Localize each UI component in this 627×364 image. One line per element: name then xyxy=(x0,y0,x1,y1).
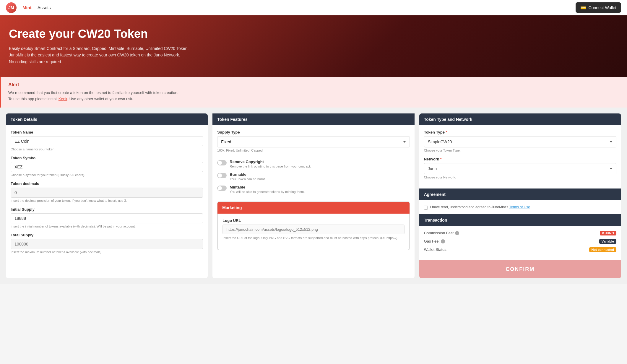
burnable-desc: Your Token can be burnt. xyxy=(230,177,410,181)
supply-type-select[interactable]: Fixed xyxy=(217,136,410,147)
required-star-2: * xyxy=(440,157,442,161)
wallet-status-label: Wallet Status: xyxy=(424,247,448,252)
token-type-select[interactable]: SimpleCW20 xyxy=(424,136,616,147)
commission-fee-badge: 8 JUNO xyxy=(600,231,616,235)
agreement-header: Agreement xyxy=(419,188,621,200)
marketing-header: Marketing xyxy=(217,202,409,214)
network-label: Network * xyxy=(424,157,616,161)
burnable-label: Burnable xyxy=(230,172,410,177)
burnable-row: Burnable Your Token can be burnt. xyxy=(217,172,410,181)
alert-text-before: To use this app please install xyxy=(8,97,59,101)
hero-section: Create your CW20 Token Easily deploy Sma… xyxy=(0,15,627,77)
logo-url-hint: Insert the URL of the logo. Only PNG and… xyxy=(222,235,404,240)
connect-wallet-button[interactable]: 💳 Connect Wallet xyxy=(576,2,621,13)
nav-assets[interactable]: Assets xyxy=(38,5,51,10)
remove-copyright-label: Remove Copyright xyxy=(230,160,410,164)
terms-link[interactable]: Terms of Use xyxy=(509,205,530,209)
required-star-1: * xyxy=(446,130,447,134)
alert-text-1: We recommend that you first create a tok… xyxy=(8,90,620,96)
transaction-section: Transaction Commission Fee: i 8 JUNO Gas… xyxy=(419,214,621,260)
confirm-button[interactable]: CONFIRM xyxy=(419,260,621,278)
total-supply-input[interactable] xyxy=(11,239,203,249)
token-features-body: Supply Type Fixed 100k, Fixed, Unlimited… xyxy=(212,125,414,255)
token-features-panel: Token Features Supply Type Fixed 100k, F… xyxy=(212,113,414,278)
network-group: Network * Juno Choose your Network. xyxy=(424,157,616,179)
token-name-label: Token Name xyxy=(11,130,203,134)
hero-title: Create your CW20 Token xyxy=(9,27,618,40)
alert-text-after: . Use any other wallet at your own risk. xyxy=(67,97,133,101)
gas-info-icon[interactable]: i xyxy=(441,239,445,243)
navbar: JM Mint Assets 💳 Connect Wallet xyxy=(0,0,627,15)
token-type-label: Token Type * xyxy=(424,130,616,134)
burnable-content: Burnable Your Token can be burnt. xyxy=(230,172,410,181)
commission-info-icon[interactable]: i xyxy=(455,231,459,235)
supply-hint: 100k, Fixed, Unlimited, Capped. xyxy=(217,149,410,152)
token-symbol-input[interactable] xyxy=(11,162,203,172)
agreement-checkbox[interactable] xyxy=(424,206,428,209)
logo-url-group: Logo URL Insert the URL of the logo. Onl… xyxy=(222,218,404,240)
remove-copyright-desc: Remove the link pointing to this page fr… xyxy=(230,165,410,168)
divider-2 xyxy=(217,198,410,198)
token-decimals-hint: Insert the decimal precision of your tok… xyxy=(11,199,203,202)
keplr-link[interactable]: Keplr xyxy=(59,97,67,101)
network-select[interactable]: Juno xyxy=(424,163,616,174)
wallet-status-badge: Not connected xyxy=(589,247,616,252)
token-type-network-body: Token Type * SimpleCW20 Choose your Toke… xyxy=(419,125,621,188)
marketing-section: Marketing Logo URL Insert the URL of the… xyxy=(217,202,410,251)
initial-supply-input[interactable] xyxy=(11,213,203,223)
network-hint: Choose your Network. xyxy=(424,176,616,179)
nav-mint[interactable]: Mint xyxy=(22,5,32,10)
token-type-network-header: Token Type and Network xyxy=(419,113,621,125)
gas-fee-badge: Variable xyxy=(599,239,616,244)
token-symbol-group: Token Symbol Choose a symbol for your to… xyxy=(11,156,203,177)
token-decimals-input[interactable] xyxy=(11,188,203,198)
token-details-panel: Token Details Token Name Choose a name f… xyxy=(6,113,208,278)
remove-copyright-toggle[interactable] xyxy=(217,160,227,165)
wallet-icon: 💳 xyxy=(580,5,586,10)
remove-copyright-content: Remove Copyright Remove the link pointin… xyxy=(230,160,410,168)
hero-desc-2: JunoMint is the easiest and fastest way … xyxy=(9,52,618,58)
token-type-group: Token Type * SimpleCW20 Choose your Toke… xyxy=(424,130,616,152)
logo-url-input[interactable] xyxy=(222,225,404,234)
token-type-hint: Choose your Token Type. xyxy=(424,149,616,152)
burnable-toggle[interactable] xyxy=(217,173,227,178)
token-features-header: Token Features xyxy=(212,113,414,125)
connect-wallet-label: Connect Wallet xyxy=(589,5,616,10)
app-logo: JM xyxy=(6,2,17,13)
token-decimals-group: Token decimals Insert the decimal precis… xyxy=(11,181,203,202)
logo-text: JM xyxy=(8,5,14,10)
mintable-toggle[interactable] xyxy=(217,186,227,191)
remove-copyright-row: Remove Copyright Remove the link pointin… xyxy=(217,160,410,168)
token-details-body: Token Name Choose a name for your token.… xyxy=(6,125,208,263)
agreement-text: I have read, understood and agreed to Ju… xyxy=(430,205,530,209)
hero-desc-1: Easily deploy Smart Contract for a Stand… xyxy=(9,45,618,52)
token-name-hint: Choose a name for your token. xyxy=(11,147,203,151)
alert-section: Alert We recommend that you first create… xyxy=(0,77,627,108)
initial-supply-hint: Insert the initial number of tokens avai… xyxy=(11,225,203,228)
transaction-header: Transaction xyxy=(419,214,621,226)
total-supply-group: Total Supply Insert the maximum number o… xyxy=(11,233,203,254)
token-type-network-panel: Token Type and Network Token Type * Simp… xyxy=(419,113,621,278)
token-symbol-label: Token Symbol xyxy=(11,156,203,160)
mintable-label: Mintable xyxy=(230,185,410,189)
total-supply-hint: Insert the maximum number of tokens avai… xyxy=(11,250,203,254)
hero-desc-3: No coding skills are required. xyxy=(9,58,618,65)
supply-type-label: Supply Type xyxy=(217,130,410,134)
token-name-input[interactable] xyxy=(11,136,203,146)
token-decimals-label: Token decimals xyxy=(11,181,203,186)
supply-type-group: Supply Type Fixed 100k, Fixed, Unlimited… xyxy=(217,130,410,152)
token-symbol-hint: Choose a symbol for your token (usually … xyxy=(11,173,203,177)
token-details-header: Token Details xyxy=(6,113,208,125)
transaction-body: Commission Fee: i 8 JUNO Gas Fee: i Vari… xyxy=(419,226,621,260)
commission-fee-label: Commission Fee: i xyxy=(424,231,459,235)
gas-fee-label: Gas Fee: i xyxy=(424,239,445,243)
initial-supply-group: Initial Supply Insert the initial number… xyxy=(11,207,203,228)
agreement-body: I have read, understood and agreed to Ju… xyxy=(419,200,621,214)
mintable-content: Mintable You will be able to generate to… xyxy=(230,185,410,194)
alert-text-2: To use this app please install Keplr. Us… xyxy=(8,96,620,102)
total-supply-label: Total Supply xyxy=(11,233,203,237)
divider-1 xyxy=(217,156,410,156)
main-content: Token Details Token Name Choose a name f… xyxy=(0,108,627,284)
marketing-body: Logo URL Insert the URL of the logo. Onl… xyxy=(217,214,409,250)
agreement-section: Agreement I have read, understood and ag… xyxy=(419,188,621,214)
